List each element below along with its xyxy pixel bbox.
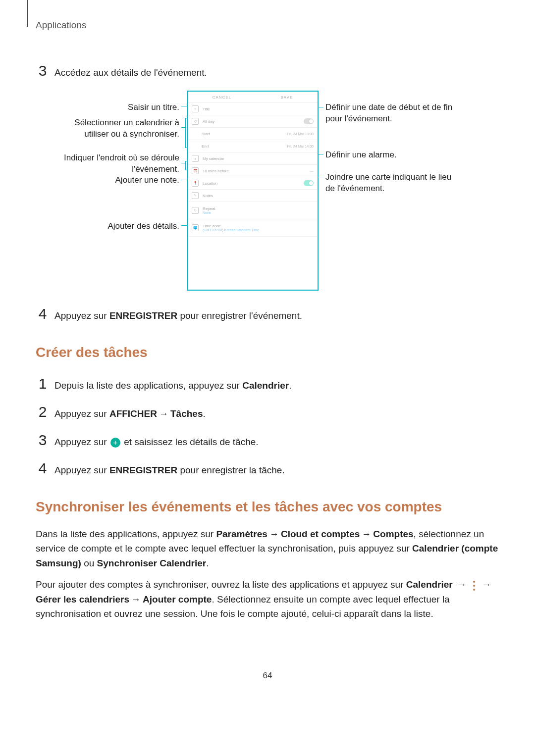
callout-location: Indiquer l'endroit où se déroule l'événe… — [51, 152, 179, 175]
callout-dates: Définir une date de début et de fin pour… — [325, 102, 454, 125]
task-step-3: 3 Appuyez sur + et saisissez les détails… — [36, 429, 499, 451]
callout-details: Ajouter des détails. — [51, 221, 179, 232]
phone-screenshot: CANCELSAVE TTitle ⏱All day StartFri, 24 … — [187, 91, 319, 291]
section-header: Applications — [36, 20, 499, 31]
sync-paragraph-2: Pour ajouter des comptes à synchroniser,… — [36, 577, 499, 621]
callout-calendar: Sélectionner un calendrier à utiliser ou… — [51, 117, 179, 140]
event-details-figure: Saisir un titre. Sélectionner un calendr… — [51, 91, 453, 294]
task-step-1: 1 Depuis la liste des applications, appu… — [36, 372, 499, 395]
step-3: 3 Accédez aux détails de l'événement. — [36, 59, 499, 82]
callout-alarm: Définir une alarme. — [325, 150, 454, 161]
heading-create-tasks: Créer des tâches — [36, 345, 499, 360]
task-step-2: 2 Appuyez sur AFFICHER→Tâches. — [36, 401, 499, 423]
plus-icon: + — [110, 438, 120, 448]
step-4: 4 Appuyez sur ENREGISTRER pour enregistr… — [36, 302, 499, 325]
more-icon — [473, 579, 475, 592]
callout-title: Saisir un titre. — [51, 102, 179, 113]
step-text: Accédez aux détails de l'événement. — [54, 66, 499, 80]
step-text: Appuyez sur ENREGISTRER pour enregistrer… — [54, 309, 499, 323]
heading-sync: Synchroniser les événements et les tâche… — [36, 499, 499, 515]
sync-paragraph-1: Dans la liste des applications, appuyez … — [36, 527, 499, 570]
section-rule — [27, 0, 28, 27]
callout-notes: Ajouter une note. — [51, 175, 179, 186]
page-number: 64 — [36, 671, 499, 681]
callout-map: Joindre une carte indiquant le lieu de l… — [325, 172, 454, 195]
step-number: 4 — [36, 302, 50, 325]
task-step-4: 4 Appuyez sur ENREGISTRER pour enregistr… — [36, 457, 499, 479]
step-number: 3 — [36, 59, 50, 82]
